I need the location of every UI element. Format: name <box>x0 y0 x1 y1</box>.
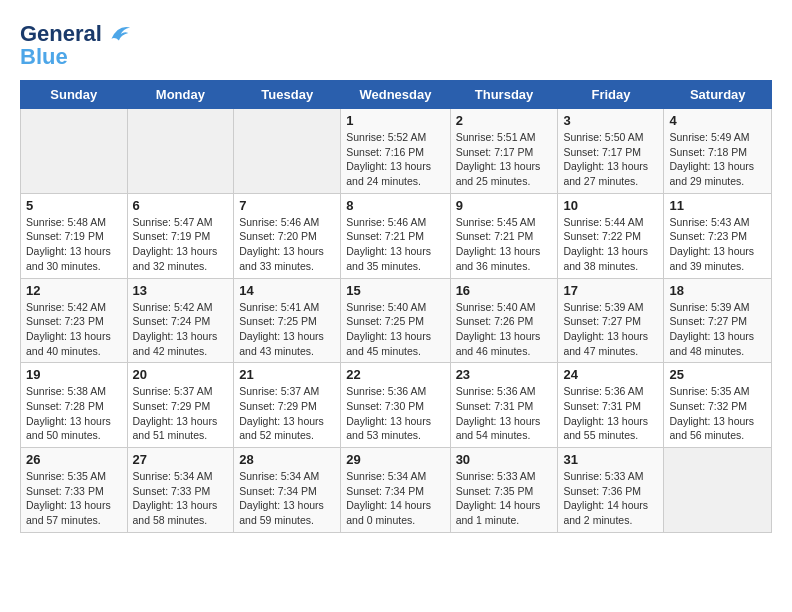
day-info: Sunrise: 5:52 AMSunset: 7:16 PMDaylight:… <box>346 130 444 189</box>
day-info: Sunrise: 5:36 AMSunset: 7:31 PMDaylight:… <box>563 384 658 443</box>
day-number: 25 <box>669 367 766 382</box>
day-info: Sunrise: 5:46 AMSunset: 7:20 PMDaylight:… <box>239 215 335 274</box>
day-info: Sunrise: 5:39 AMSunset: 7:27 PMDaylight:… <box>669 300 766 359</box>
calendar-cell: 21Sunrise: 5:37 AMSunset: 7:29 PMDayligh… <box>234 363 341 448</box>
day-number: 27 <box>133 452 229 467</box>
dow-header: Friday <box>558 81 664 109</box>
day-number: 22 <box>346 367 444 382</box>
day-info: Sunrise: 5:40 AMSunset: 7:25 PMDaylight:… <box>346 300 444 359</box>
day-info: Sunrise: 5:34 AMSunset: 7:34 PMDaylight:… <box>239 469 335 528</box>
calendar-cell: 15Sunrise: 5:40 AMSunset: 7:25 PMDayligh… <box>341 278 450 363</box>
day-number: 3 <box>563 113 658 128</box>
day-info: Sunrise: 5:50 AMSunset: 7:17 PMDaylight:… <box>563 130 658 189</box>
logo: General Blue <box>20 20 132 70</box>
logo-bird-icon <box>104 20 132 48</box>
day-number: 31 <box>563 452 658 467</box>
day-number: 16 <box>456 283 553 298</box>
calendar-cell: 8Sunrise: 5:46 AMSunset: 7:21 PMDaylight… <box>341 193 450 278</box>
calendar-table: SundayMondayTuesdayWednesdayThursdayFrid… <box>20 80 772 533</box>
day-info: Sunrise: 5:36 AMSunset: 7:30 PMDaylight:… <box>346 384 444 443</box>
calendar-cell: 28Sunrise: 5:34 AMSunset: 7:34 PMDayligh… <box>234 448 341 533</box>
day-info: Sunrise: 5:41 AMSunset: 7:25 PMDaylight:… <box>239 300 335 359</box>
dow-header: Thursday <box>450 81 558 109</box>
day-info: Sunrise: 5:37 AMSunset: 7:29 PMDaylight:… <box>133 384 229 443</box>
day-info: Sunrise: 5:42 AMSunset: 7:24 PMDaylight:… <box>133 300 229 359</box>
day-number: 21 <box>239 367 335 382</box>
day-info: Sunrise: 5:36 AMSunset: 7:31 PMDaylight:… <box>456 384 553 443</box>
day-number: 7 <box>239 198 335 213</box>
day-number: 29 <box>346 452 444 467</box>
day-info: Sunrise: 5:33 AMSunset: 7:36 PMDaylight:… <box>563 469 658 528</box>
calendar-cell: 13Sunrise: 5:42 AMSunset: 7:24 PMDayligh… <box>127 278 234 363</box>
day-number: 30 <box>456 452 553 467</box>
day-number: 20 <box>133 367 229 382</box>
calendar-cell: 2Sunrise: 5:51 AMSunset: 7:17 PMDaylight… <box>450 109 558 194</box>
day-number: 28 <box>239 452 335 467</box>
day-info: Sunrise: 5:34 AMSunset: 7:33 PMDaylight:… <box>133 469 229 528</box>
header: General Blue <box>20 20 772 70</box>
day-number: 18 <box>669 283 766 298</box>
calendar-cell: 9Sunrise: 5:45 AMSunset: 7:21 PMDaylight… <box>450 193 558 278</box>
day-number: 2 <box>456 113 553 128</box>
day-info: Sunrise: 5:45 AMSunset: 7:21 PMDaylight:… <box>456 215 553 274</box>
calendar-cell: 18Sunrise: 5:39 AMSunset: 7:27 PMDayligh… <box>664 278 772 363</box>
calendar-cell: 26Sunrise: 5:35 AMSunset: 7:33 PMDayligh… <box>21 448 128 533</box>
calendar-cell: 12Sunrise: 5:42 AMSunset: 7:23 PMDayligh… <box>21 278 128 363</box>
day-info: Sunrise: 5:46 AMSunset: 7:21 PMDaylight:… <box>346 215 444 274</box>
calendar-cell: 3Sunrise: 5:50 AMSunset: 7:17 PMDaylight… <box>558 109 664 194</box>
day-info: Sunrise: 5:51 AMSunset: 7:17 PMDaylight:… <box>456 130 553 189</box>
day-number: 8 <box>346 198 444 213</box>
day-number: 4 <box>669 113 766 128</box>
day-number: 26 <box>26 452 122 467</box>
day-number: 24 <box>563 367 658 382</box>
day-number: 23 <box>456 367 553 382</box>
day-number: 14 <box>239 283 335 298</box>
calendar-cell: 25Sunrise: 5:35 AMSunset: 7:32 PMDayligh… <box>664 363 772 448</box>
calendar-cell: 20Sunrise: 5:37 AMSunset: 7:29 PMDayligh… <box>127 363 234 448</box>
calendar-cell: 24Sunrise: 5:36 AMSunset: 7:31 PMDayligh… <box>558 363 664 448</box>
day-info: Sunrise: 5:49 AMSunset: 7:18 PMDaylight:… <box>669 130 766 189</box>
day-info: Sunrise: 5:42 AMSunset: 7:23 PMDaylight:… <box>26 300 122 359</box>
calendar-cell: 23Sunrise: 5:36 AMSunset: 7:31 PMDayligh… <box>450 363 558 448</box>
day-number: 10 <box>563 198 658 213</box>
day-number: 1 <box>346 113 444 128</box>
calendar-cell <box>664 448 772 533</box>
day-info: Sunrise: 5:34 AMSunset: 7:34 PMDaylight:… <box>346 469 444 528</box>
day-info: Sunrise: 5:35 AMSunset: 7:33 PMDaylight:… <box>26 469 122 528</box>
dow-header: Tuesday <box>234 81 341 109</box>
day-info: Sunrise: 5:47 AMSunset: 7:19 PMDaylight:… <box>133 215 229 274</box>
calendar-cell: 27Sunrise: 5:34 AMSunset: 7:33 PMDayligh… <box>127 448 234 533</box>
day-number: 17 <box>563 283 658 298</box>
calendar-cell: 29Sunrise: 5:34 AMSunset: 7:34 PMDayligh… <box>341 448 450 533</box>
calendar-cell <box>234 109 341 194</box>
calendar-cell: 1Sunrise: 5:52 AMSunset: 7:16 PMDaylight… <box>341 109 450 194</box>
day-number: 5 <box>26 198 122 213</box>
calendar-cell: 22Sunrise: 5:36 AMSunset: 7:30 PMDayligh… <box>341 363 450 448</box>
day-number: 13 <box>133 283 229 298</box>
day-info: Sunrise: 5:37 AMSunset: 7:29 PMDaylight:… <box>239 384 335 443</box>
calendar-cell: 30Sunrise: 5:33 AMSunset: 7:35 PMDayligh… <box>450 448 558 533</box>
day-number: 6 <box>133 198 229 213</box>
day-info: Sunrise: 5:39 AMSunset: 7:27 PMDaylight:… <box>563 300 658 359</box>
calendar-cell: 10Sunrise: 5:44 AMSunset: 7:22 PMDayligh… <box>558 193 664 278</box>
day-number: 9 <box>456 198 553 213</box>
calendar-cell: 16Sunrise: 5:40 AMSunset: 7:26 PMDayligh… <box>450 278 558 363</box>
day-info: Sunrise: 5:44 AMSunset: 7:22 PMDaylight:… <box>563 215 658 274</box>
dow-header: Monday <box>127 81 234 109</box>
day-number: 11 <box>669 198 766 213</box>
dow-header: Wednesday <box>341 81 450 109</box>
day-info: Sunrise: 5:35 AMSunset: 7:32 PMDaylight:… <box>669 384 766 443</box>
logo-text: General <box>20 22 102 46</box>
dow-header: Sunday <box>21 81 128 109</box>
day-number: 15 <box>346 283 444 298</box>
calendar-cell: 11Sunrise: 5:43 AMSunset: 7:23 PMDayligh… <box>664 193 772 278</box>
dow-header: Saturday <box>664 81 772 109</box>
calendar-cell: 17Sunrise: 5:39 AMSunset: 7:27 PMDayligh… <box>558 278 664 363</box>
calendar-cell: 6Sunrise: 5:47 AMSunset: 7:19 PMDaylight… <box>127 193 234 278</box>
day-info: Sunrise: 5:43 AMSunset: 7:23 PMDaylight:… <box>669 215 766 274</box>
day-info: Sunrise: 5:38 AMSunset: 7:28 PMDaylight:… <box>26 384 122 443</box>
calendar-cell <box>21 109 128 194</box>
day-info: Sunrise: 5:33 AMSunset: 7:35 PMDaylight:… <box>456 469 553 528</box>
calendar-cell: 14Sunrise: 5:41 AMSunset: 7:25 PMDayligh… <box>234 278 341 363</box>
calendar-cell: 5Sunrise: 5:48 AMSunset: 7:19 PMDaylight… <box>21 193 128 278</box>
